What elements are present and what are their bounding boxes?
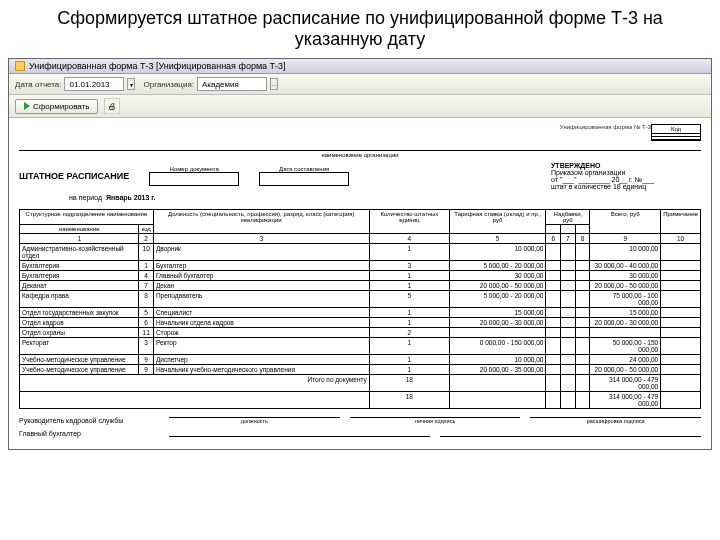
col-allowance: Надбавки, руб bbox=[546, 210, 590, 225]
window-titlebar: Унифицированная форма Т-3 [Унифицированн… bbox=[9, 59, 711, 74]
org-sub: наименование организации bbox=[19, 152, 701, 158]
staffing-table: Структурное подразделение наименование Д… bbox=[19, 209, 701, 409]
slide-title: Сформируется штатное расписание по унифи… bbox=[0, 0, 720, 58]
table-row: Кафедра права8Преподаватель55 000,00 - 2… bbox=[20, 291, 701, 308]
app-icon bbox=[15, 61, 25, 71]
table-row: Деканат7Декан120 000,00 - 50 000,0020 00… bbox=[20, 281, 701, 291]
app-window: Унифицированная форма Т-3 [Унифицированн… bbox=[8, 58, 712, 450]
org-picker-icon[interactable]: … bbox=[270, 78, 278, 90]
table-row: Административно-хозяйственный отдел10Дво… bbox=[20, 244, 701, 261]
code-box: Код bbox=[651, 124, 701, 141]
print-icon[interactable]: 🖨 bbox=[104, 98, 120, 114]
toolbar-params: Дата отчета: ▾ Организация: … bbox=[9, 74, 711, 95]
col-note: Примечание bbox=[661, 210, 701, 234]
date-input[interactable] bbox=[64, 77, 124, 91]
doc-date-box: Дата составления bbox=[259, 166, 349, 187]
col-dept: Структурное подразделение наименование bbox=[20, 210, 154, 225]
org-label: Организация: bbox=[143, 80, 193, 89]
date-picker-icon[interactable]: ▾ bbox=[127, 78, 135, 90]
table-row: Бухгалтерия4Главный бухгалтер130 000,003… bbox=[20, 271, 701, 281]
col-position: Должность (специальность, профессия), ра… bbox=[153, 210, 369, 234]
col-units: Количество штатных единиц bbox=[369, 210, 449, 234]
org-line bbox=[19, 141, 701, 151]
chief-accountant-label: Главный бухгалтер bbox=[19, 430, 159, 437]
table-row: Ректорат3Ректор10 000,00 - 150 000,0050 … bbox=[20, 338, 701, 355]
generate-label: Сформировать bbox=[33, 102, 89, 111]
table-row: Отдел охраны11Сторож2 bbox=[20, 328, 701, 338]
generate-button[interactable]: Сформировать bbox=[15, 99, 98, 114]
window-title: Унифицированная форма Т-3 [Унифицированн… bbox=[29, 61, 286, 71]
form-name: Унифицированная форма № Т-3 bbox=[19, 124, 701, 130]
col-total: Всего, руб bbox=[590, 210, 661, 234]
doc-number-box: Номер документа bbox=[149, 166, 239, 187]
table-row: Учебно-методическое управление9Диспетчер… bbox=[20, 355, 701, 365]
approval-block: УТВЕРЖДЕНО Приказом организации от "___"… bbox=[551, 162, 701, 190]
table-row: Отдел государственных закупок5Специалист… bbox=[20, 308, 701, 318]
play-icon bbox=[24, 102, 30, 110]
col-code: код bbox=[139, 225, 153, 234]
col-rate: Тарифная ставка (оклад) и пр., руб bbox=[449, 210, 545, 234]
table-row: Бухгалтерия1Бухгалтер35 000,00 - 20 000,… bbox=[20, 261, 701, 271]
total-units: 18 bbox=[369, 375, 449, 392]
doc-title: ШТАТНОЕ РАСПИСАНИЕ bbox=[19, 171, 129, 181]
table-row: Учебно-методическое управление9Начальник… bbox=[20, 365, 701, 375]
period: на период Январь 2013 г. bbox=[69, 194, 701, 201]
hr-head-label: Руководитель кадровой службы bbox=[19, 417, 159, 424]
toolbar-actions: Сформировать 🖨 bbox=[9, 95, 711, 118]
document-area: Код Унифицированная форма № Т-3 наименов… bbox=[9, 118, 711, 449]
signatures: Руководитель кадровой службы должность л… bbox=[19, 417, 701, 437]
table-row: Отдел кадров6Начальник отдела кадров120 … bbox=[20, 318, 701, 328]
total-sum: 314 000,00 - 479 000,00 bbox=[590, 375, 661, 392]
org-input[interactable] bbox=[197, 77, 267, 91]
date-label: Дата отчета: bbox=[15, 80, 61, 89]
total-label: Итого по документу bbox=[20, 375, 370, 392]
